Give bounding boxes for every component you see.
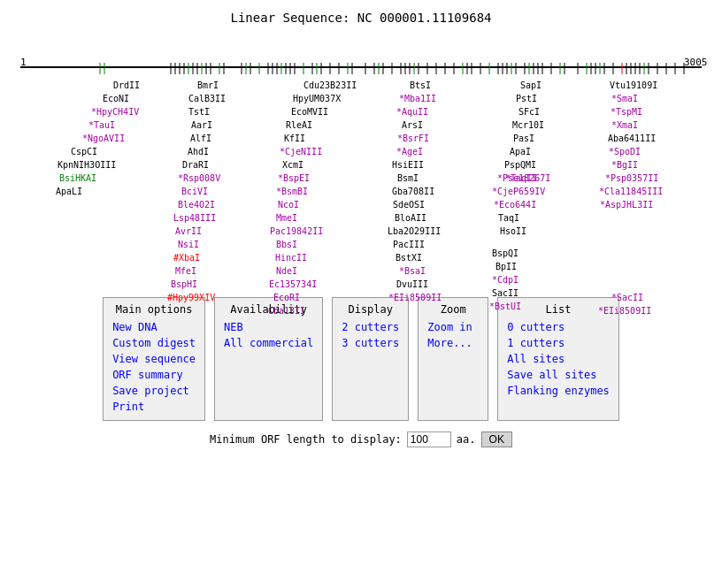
enzyme-HpyCH4IV: *HpyCH4IV — [91, 107, 139, 117]
enzyme-NsiI: NsiI — [178, 240, 199, 249]
enzyme-TaqI: TaqI — [498, 213, 519, 223]
enzyme-BsiHKAI: BsiHKAI — [59, 173, 96, 183]
enzyme-Cba13II: Cba13II — [268, 306, 305, 316]
enzyme-AarI: AarI — [191, 120, 212, 130]
enzyme-PacIII: PacIII — [393, 240, 425, 249]
enzyme-SdeOSI: SdeOSI — [393, 200, 425, 210]
enzyme-ApaLI: ApaLI — [56, 187, 82, 196]
enzyme-NdeI: NdeI — [276, 266, 297, 276]
enzyme-TstI: TstI — [188, 107, 210, 117]
orf-row: Minimum ORF length to display: aa. OK — [0, 431, 722, 447]
enzyme-Mba1II: *Mba1II — [399, 94, 436, 103]
enzyme-SmaI: *SmaI — [611, 94, 638, 103]
enzyme-EIi8509II: *EIi8509II — [388, 293, 442, 302]
orf-unit: aa. — [457, 433, 476, 446]
enzyme-Ble4O2I: Ble4O2I — [178, 200, 215, 210]
enzyme-BpII: BpII — [495, 262, 517, 271]
enzyme-SacII2: *SacII — [611, 293, 643, 302]
enzyme-Lsp48III: Lsp48III — [173, 213, 216, 223]
enzyme-PspQMI: PspQMI — [504, 160, 536, 170]
enzyme-Mcr10I: Mcr10I — [512, 120, 544, 130]
enzyme-XmaI: *XmaI — [611, 120, 638, 130]
enzyme-CspCI: CspCI — [71, 147, 97, 157]
enzyme-AhdI: AhdI — [188, 147, 209, 157]
enzyme-BsaI: *BsaI — [399, 266, 426, 276]
enzyme-SFcI: SFcI — [518, 107, 540, 117]
enzyme-BsrFI: *BsrFI — [397, 134, 429, 143]
enzyme-AquII: *AquII — [396, 107, 428, 117]
enzyme-AgeI: *AgeI — [396, 147, 423, 157]
enzyme-HpyUM037X: HpyUM037X — [293, 94, 341, 103]
enzyme-BsmBI: *BsmBI — [276, 187, 308, 196]
enzyme-Hpy99XIV: #Hpy99XIV — [167, 293, 215, 302]
enzyme-DraRI: DraRI — [182, 160, 209, 170]
enzyme-BsmI: BsmI — [397, 173, 419, 183]
enzyme-SapI: SapI — [520, 80, 542, 90]
enzyme-HincII: HincII — [275, 253, 307, 263]
ruler-right: 3005 — [684, 58, 708, 68]
enzyme-BloAII: BloAII — [395, 213, 426, 223]
enzyme-CdpI: *CdpI — [492, 275, 518, 285]
enzyme-CalB3II: CalB3II — [188, 94, 226, 103]
link-save-all-sites[interactable]: Save all sites — [507, 367, 610, 383]
enzyme-Lba2O29III: Lba2O29III — [388, 226, 441, 236]
enzyme-AvrII: AvrII — [175, 226, 202, 236]
link-view-sequence[interactable]: View sequence — [112, 351, 196, 367]
enzyme-DvuIII: DvuIII — [396, 279, 428, 289]
orf-length-input[interactable] — [407, 431, 451, 447]
enzyme-DrdII: DrdII — [113, 80, 140, 90]
enzyme-AspJHL3II: *AspJHL3II — [600, 200, 653, 210]
orf-label: Minimum ORF length to display: — [210, 433, 402, 446]
link-print[interactable]: Print — [112, 399, 196, 415]
enzyme-AlfI: AlfI — [190, 134, 211, 143]
enzyme-Cdu23B23II: Cdu23B23II — [303, 80, 357, 90]
enzyme-BstUI: *BstUI — [489, 302, 521, 311]
link-orf-summary[interactable]: ORF summary — [112, 367, 196, 383]
enzyme-BspEI: *BspEI — [278, 173, 310, 183]
enzyme-SacII: SacII — [492, 288, 518, 298]
enzyme-NcoI: NcoI — [278, 200, 299, 210]
enzyme-BspHI: BspHI — [171, 279, 197, 289]
enzyme-BciVI: BciVI — [181, 187, 208, 196]
enzyme-EcoNI: EcoNI — [103, 94, 129, 103]
enzyme-BspQI: BspQI — [492, 248, 518, 258]
link-save-project[interactable]: Save project — [112, 383, 196, 399]
orf-ok-button[interactable]: OK — [481, 431, 512, 447]
enzyme-TauI: *TauI — [88, 120, 115, 130]
enzyme-Rsp008V: *Rsp008V — [178, 173, 220, 183]
ruler-left: 1 — [20, 58, 27, 68]
enzyme-SpoDI: *SpoDI — [609, 147, 641, 157]
enzyme-Eco644I: *Eco644I — [494, 200, 536, 210]
enzyme-TspMI: *TspMI — [611, 107, 642, 117]
enzyme-MmeI: MmeI — [276, 213, 297, 223]
enzyme-PasI: PasI — [513, 134, 534, 143]
enzyme-HsiEII: HsiEII — [392, 160, 424, 170]
enzyme-ArsI: ArsI — [402, 120, 423, 130]
enzyme-XcmI: XcmI — [282, 160, 303, 170]
enzyme-EcoMVII: EcoMVII — [291, 107, 328, 117]
enzyme-NgoAVII: *NgoAVII — [82, 134, 125, 143]
enzyme-MfeI: MfeI — [175, 266, 196, 276]
enzyme-ApaI: ApaI — [510, 147, 531, 157]
enzyme-KfII: KfII — [284, 134, 305, 143]
enzyme-Gba708II: Gba708II — [392, 187, 434, 196]
link-flanking-enzymes[interactable]: Flanking enzymes — [507, 383, 610, 399]
sequence-diagram: 1 3005 — [12, 32, 710, 288]
enzyme-BgII: *BgII — [611, 160, 638, 170]
enzyme-Vtu19109I: Vtu19109I — [610, 80, 657, 90]
enzyme-Cla11845III: *Cla11845III — [599, 187, 663, 196]
enzyme-EcoRI: EcoRI — [273, 293, 300, 302]
enzyme-KpnNIH3OIII: KpnNIH3OIII — [58, 160, 116, 170]
enzyme-TaqII: *TaqII — [505, 173, 537, 183]
enzyme-HsoII: HsoII — [500, 226, 526, 236]
enzyme-CjeNIII: *CjeNIII — [280, 147, 322, 157]
enzyme-Ec135734I: Ec135734I — [269, 279, 317, 289]
enzyme-BbsI: BbsI — [276, 240, 297, 249]
enzyme-Pac19842II: Pac19842II — [270, 226, 323, 236]
enzyme-BstXI: BstXI — [396, 253, 422, 263]
link-all-sites[interactable]: All sites — [507, 351, 610, 367]
enzyme-BmrI: BmrI — [197, 80, 219, 90]
enzyme-XbaI: #XbaI — [173, 253, 200, 263]
page-title: Linear Sequence: NC 000001.11109684 — [0, 11, 722, 25]
enzyme-BtsI: BtsI — [410, 80, 431, 90]
